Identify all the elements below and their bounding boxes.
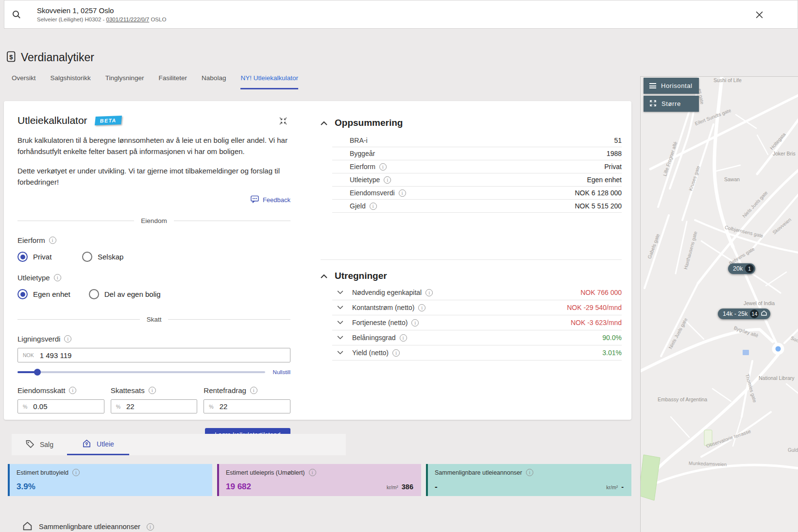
- rentefradrag-input[interactable]: % 22: [204, 399, 290, 413]
- input-value: 22: [126, 402, 135, 411]
- calculations-section-header[interactable]: Utregninger: [321, 271, 622, 281]
- table-row: Eierform Privat: [332, 160, 622, 173]
- row-value: NOK -3 623/mnd: [571, 319, 622, 326]
- field-label: Skattesats: [111, 386, 145, 395]
- marker-count-badge: 14: [750, 309, 759, 318]
- unit-label: kr/m²: [606, 484, 618, 490]
- unit-value: -: [621, 483, 624, 491]
- info-icon[interactable]: [250, 387, 257, 394]
- expandable-row[interactable]: Yield (netto) 3.01%: [332, 345, 622, 360]
- row-label: Nødvendig egenkapital: [352, 289, 422, 296]
- close-icon[interactable]: [755, 11, 764, 21]
- nullstill-link[interactable]: Nullstill: [273, 369, 290, 375]
- info-icon[interactable]: [147, 523, 154, 531]
- comparable-listings-row[interactable]: Sammenlignbare utleieannonser: [22, 521, 154, 532]
- horisontal-button[interactable]: Horisontal: [644, 78, 699, 94]
- house-outline-icon: [22, 521, 33, 532]
- ligningsverdi-input[interactable]: NOK 1 493 119: [17, 348, 290, 362]
- map-poi-label: Sushi of Life: [713, 77, 742, 83]
- storre-button[interactable]: Større: [644, 96, 699, 112]
- intro-paragraph-2: Dette verkøtyet er under utvikling. Vi t…: [17, 166, 290, 188]
- cadastre-link[interactable]: 0301/211/222/0/7: [106, 17, 150, 22]
- tab-nabolag[interactable]: Nabolag: [202, 74, 226, 89]
- map-price-marker[interactable]: 20k 1: [728, 263, 755, 274]
- info-icon[interactable]: [425, 289, 433, 296]
- field-label: Rentefradrag: [204, 386, 246, 395]
- tab-oversikt[interactable]: Oversikt: [12, 74, 36, 89]
- expandable-row[interactable]: Fortjeneste (netto) NOK -3 623/mnd: [332, 315, 622, 330]
- utleietype-label-row: Utleietype: [17, 274, 290, 282]
- property-subtitle-suffix: OSLO: [149, 17, 166, 22]
- tab-utleiekalkulator[interactable]: NY! Utleiekalkulator: [240, 74, 298, 89]
- summary-rows: BRA-i 51 Byggeår 1988 Eierform Privat Ut…: [332, 134, 622, 213]
- chat-icon: [251, 195, 259, 205]
- row-value: NOK -29 540/mnd: [567, 304, 622, 311]
- unit-label: kr/m²: [387, 484, 398, 490]
- row-label: Utleietype: [350, 176, 380, 184]
- row-value: NOK 5 515 200: [575, 202, 622, 210]
- tab-fasiliteter[interactable]: Fasiliteter: [159, 74, 187, 89]
- tab-salgshistorikk[interactable]: Salgshistorikk: [51, 74, 91, 89]
- info-icon[interactable]: [418, 304, 425, 311]
- section-divider-skatt: Skatt: [17, 316, 290, 323]
- radio-del-av-egen-bolig[interactable]: Del av egen bolig: [89, 289, 161, 299]
- radio-egen-enhet[interactable]: Egen enhet: [17, 289, 70, 299]
- ligningsverdi-slider[interactable]: [17, 369, 265, 376]
- section-divider-eiendom: Eiendom: [17, 217, 290, 224]
- map-poi-label: Jewel of India: [744, 300, 775, 306]
- info-icon[interactable]: [399, 189, 406, 197]
- map-poi-label: Sawan: [724, 176, 740, 182]
- row-value: 51: [614, 137, 622, 144]
- tab-tinglysninger[interactable]: Tinglysninger: [105, 74, 144, 89]
- feedback-link[interactable]: Feedback: [17, 195, 290, 205]
- info-icon[interactable]: [370, 203, 377, 210]
- expand-icon: [649, 100, 657, 108]
- marker-price: 14k - 25k: [723, 310, 747, 317]
- document-dollar-icon: $: [7, 51, 16, 64]
- info-icon[interactable]: [384, 176, 391, 184]
- location-dot: [775, 346, 781, 352]
- expandable-row[interactable]: Kontantstrøm (netto) NOK -29 540/mnd: [332, 300, 622, 315]
- chevron-up-icon: [321, 272, 327, 280]
- expandable-row[interactable]: Nødvendig egenkapital NOK 766 000: [332, 285, 622, 300]
- info-icon[interactable]: [149, 387, 156, 394]
- info-icon[interactable]: [411, 319, 419, 326]
- radio-privat[interactable]: Privat: [17, 252, 64, 262]
- rentefradrag-label-row: Rentefradrag: [204, 386, 290, 395]
- map-poi-label: Joker Bris: [773, 151, 796, 156]
- chevron-down-icon: [337, 291, 343, 294]
- beta-badge: BETA: [95, 116, 122, 125]
- summary-title: Oppsummering: [335, 118, 403, 128]
- info-icon[interactable]: [309, 469, 316, 476]
- tab-utleie[interactable]: Utleie: [67, 434, 129, 455]
- map-panel[interactable]: Sushi of Life es gate Eilert Sundts gate…: [640, 76, 798, 532]
- chevron-down-icon: [337, 306, 343, 309]
- card-sammenlignbare: Sammenlignbare utleieannonser - kr/m²-: [426, 464, 631, 496]
- radio-label: Selskap: [98, 253, 123, 261]
- eierform-label-row: Eierform: [17, 236, 290, 244]
- info-icon[interactable]: [69, 387, 76, 394]
- info-icon[interactable]: [379, 163, 387, 171]
- skattesats-input[interactable]: % 22: [111, 399, 198, 413]
- info-icon[interactable]: [400, 334, 407, 342]
- map-price-marker[interactable]: 14k - 25k 14: [718, 309, 770, 319]
- search-icon[interactable]: [12, 10, 21, 19]
- info-icon[interactable]: [72, 469, 80, 476]
- row-label: Fortjeneste (netto): [352, 319, 407, 326]
- slider-thumb[interactable]: [34, 369, 41, 376]
- info-icon[interactable]: [49, 237, 56, 244]
- summary-section-header[interactable]: Oppsummering: [321, 118, 622, 128]
- info-icon[interactable]: [392, 349, 400, 357]
- info-icon[interactable]: [54, 274, 61, 281]
- eiendomsskatt-input[interactable]: % 0.05: [17, 399, 104, 413]
- expandable-row[interactable]: Belåningsgrad 90.0%: [332, 330, 622, 345]
- info-icon[interactable]: [64, 335, 71, 343]
- radio-selskap[interactable]: Selskap: [82, 252, 128, 262]
- utleietype-label: Utleietype: [17, 274, 50, 282]
- property-subtitle-prefix: Selveier (Leilighet) H0302 -: [37, 17, 106, 22]
- info-icon[interactable]: [526, 469, 533, 476]
- radio-label: Egen enhet: [33, 290, 70, 298]
- ligningsverdi-label-row: Ligningsverdi: [17, 335, 290, 343]
- collapse-icon[interactable]: [279, 117, 288, 127]
- tab-salg[interactable]: Salg: [12, 434, 67, 455]
